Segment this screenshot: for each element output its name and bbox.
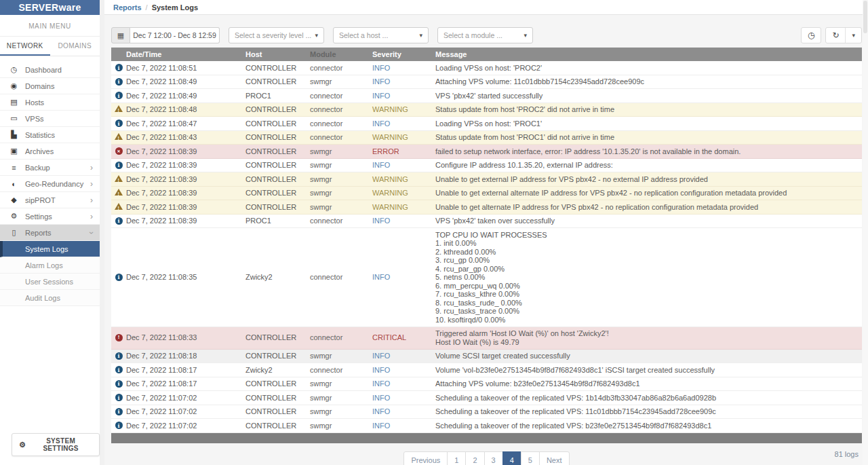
sidebar-subitem-user-sessions[interactable]: User Sessions bbox=[0, 274, 100, 290]
sidebar-subitem-audit-logs[interactable]: Audit Logs bbox=[0, 290, 100, 306]
table-row: Dec 7, 2022 11:08:39PROC1connectorINFOVP… bbox=[111, 215, 862, 229]
breadcrumb-reports-link[interactable]: Reports bbox=[113, 3, 142, 12]
log-severity: INFO bbox=[372, 366, 435, 375]
refresh-split-button[interactable]: ↻ ▾ bbox=[825, 27, 862, 43]
header-host: Host bbox=[245, 50, 310, 58]
sidebar-item-hosts[interactable]: ▤Hosts bbox=[0, 94, 100, 111]
history-button[interactable]: ◷ bbox=[801, 27, 821, 43]
caret-down-icon[interactable]: ▾ bbox=[845, 28, 861, 43]
log-message: Volume SCSI target created successfully bbox=[435, 352, 862, 360]
tab-network[interactable]: NETWORK bbox=[0, 37, 50, 56]
log-datetime: Dec 7, 2022 11:08:39 bbox=[126, 203, 245, 212]
log-module: connector bbox=[310, 273, 372, 282]
log-module: connector bbox=[310, 133, 372, 142]
log-message: Unable to get alternate IP address for V… bbox=[435, 203, 862, 212]
log-datetime: Dec 7, 2022 11:08:18 bbox=[126, 352, 245, 360]
calendar-icon[interactable]: ▦ bbox=[111, 27, 130, 43]
filter-toolbar: ▦ Dec 7 12:00 - Dec 8 12:59 Select a sev… bbox=[111, 27, 862, 43]
log-module: swmgr bbox=[310, 379, 372, 388]
sidebar-item-dashboard[interactable]: ◷Dashboard bbox=[0, 62, 100, 78]
warning-icon bbox=[115, 203, 123, 210]
critical-icon bbox=[115, 334, 123, 341]
log-severity: INFO bbox=[372, 119, 435, 128]
log-host: CONTROLLER bbox=[245, 422, 310, 430]
system-settings-button[interactable]: ⚙ SYSTEM SETTINGS bbox=[12, 433, 100, 456]
log-module: swmgr bbox=[310, 189, 372, 198]
sidebar-subitem-system-logs[interactable]: System Logs bbox=[0, 241, 100, 257]
log-severity: WARNING bbox=[372, 203, 435, 212]
log-module: swmgr bbox=[310, 161, 372, 170]
table-row: Dec 7, 2022 11:08:39CONTROLLERswmgrWARNI… bbox=[111, 172, 862, 187]
log-module: swmgr bbox=[310, 422, 372, 430]
sidebar-item-vpss[interactable]: ▭VPSs bbox=[0, 111, 100, 127]
content-area: ▦ Dec 7 12:00 - Dec 8 12:59 Select a sev… bbox=[104, 15, 868, 465]
page-button-5[interactable]: 5 bbox=[521, 451, 540, 465]
sidebar-item-reports[interactable]: ▯Reports› bbox=[0, 225, 100, 241]
sidebar-item-sipprot[interactable]: ◆sipPROT› bbox=[0, 192, 100, 208]
log-severity: INFO bbox=[372, 407, 435, 416]
globe-icon: ◐ bbox=[9, 180, 19, 188]
table-row: Dec 7, 2022 11:08:18CONTROLLERswmgrINFOV… bbox=[111, 350, 862, 364]
previous-page-button[interactable]: Previous bbox=[403, 451, 448, 465]
log-module: connector bbox=[310, 333, 372, 342]
sidebar-subitem-alarm-logs[interactable]: Alarm Logs bbox=[0, 257, 100, 274]
sidebar-item-archives[interactable]: ▣Archives bbox=[0, 143, 100, 160]
log-message: Unable to get external alternate IP addr… bbox=[435, 189, 862, 198]
sidebar-item-geo-redundancy[interactable]: ◐Geo-Redundancy› bbox=[0, 176, 100, 192]
table-row: Dec 7, 2022 11:08:17CONTROLLERswmgrINFOA… bbox=[111, 377, 862, 392]
log-datetime: Dec 7, 2022 11:07:02 bbox=[126, 407, 245, 416]
next-page-button[interactable]: Next bbox=[539, 451, 570, 465]
log-host: CONTROLLER bbox=[245, 161, 310, 170]
info-icon bbox=[115, 352, 123, 360]
chevron-right-icon: › bbox=[90, 196, 93, 204]
log-host: CONTROLLER bbox=[245, 394, 310, 403]
log-message: VPS 'pbx42' started successfully bbox=[435, 92, 862, 100]
log-host: CONTROLLER bbox=[245, 147, 310, 156]
sidebar-item-settings[interactable]: ⚙Settings› bbox=[0, 208, 100, 225]
sidebar-menu: ◷Dashboard ◉Domains ▤Hosts ▭VPSs ▙Statis… bbox=[0, 62, 100, 306]
log-datetime: Dec 7, 2022 11:07:02 bbox=[126, 422, 245, 430]
host-filter-select[interactable]: Select a host ... bbox=[333, 27, 429, 43]
log-severity: INFO bbox=[372, 64, 435, 73]
table-row: Dec 7, 2022 11:08:51CONTROLLERconnectorI… bbox=[111, 61, 862, 75]
page-button-4-active[interactable]: 4 bbox=[502, 451, 521, 465]
severity-filter-select[interactable]: Select a severity level ... bbox=[229, 27, 324, 43]
main-content: Reports / System Logs ▦ Dec 7 12:00 - De… bbox=[104, 0, 868, 465]
chevron-down-icon: › bbox=[87, 231, 96, 234]
table-row: Dec 7, 2022 11:08:43CONTROLLERconnectorW… bbox=[111, 131, 862, 145]
log-severity: INFO bbox=[372, 92, 435, 100]
log-message: VPS 'pbx42' taken over successfully bbox=[435, 217, 862, 225]
info-icon bbox=[115, 422, 123, 429]
header-severity: Severity bbox=[372, 50, 435, 58]
shield-icon: ◆ bbox=[9, 196, 19, 204]
log-host: PROC1 bbox=[245, 217, 310, 225]
log-severity: INFO bbox=[372, 422, 435, 430]
log-host: CONTROLLER bbox=[245, 333, 310, 342]
refresh-icon[interactable]: ↻ bbox=[826, 28, 845, 43]
log-host: CONTROLLER bbox=[245, 105, 310, 114]
date-range-input[interactable]: Dec 7 12:00 - Dec 8 12:59 bbox=[130, 27, 220, 43]
tab-domains[interactable]: DOMAINS bbox=[50, 37, 100, 56]
log-host: CONTROLLER bbox=[245, 64, 310, 73]
log-datetime: Dec 7, 2022 11:08:49 bbox=[126, 77, 245, 86]
chart-icon: ▙ bbox=[9, 130, 19, 139]
sidebar-item-domains[interactable]: ◉Domains bbox=[0, 78, 100, 94]
module-filter-select[interactable]: Select a module ... bbox=[437, 27, 533, 43]
info-icon bbox=[115, 162, 123, 169]
log-severity: WARNING bbox=[372, 105, 435, 114]
log-datetime: Dec 7, 2022 11:08:51 bbox=[126, 64, 245, 73]
page-button-1[interactable]: 1 bbox=[447, 451, 466, 465]
table-row: Dec 7, 2022 11:08:47CONTROLLERconnectorI… bbox=[111, 117, 862, 131]
log-datetime: Dec 7, 2022 11:08:33 bbox=[126, 333, 245, 342]
total-logs-count: 81 logs bbox=[835, 450, 859, 458]
sidebar-item-statistics[interactable]: ▙Statistics bbox=[0, 127, 100, 143]
sidebar-item-backup[interactable]: ≡Backup› bbox=[0, 160, 100, 176]
table-row: Dec 7, 2022 11:08:49CONTROLLERswmgrINFOA… bbox=[111, 75, 862, 90]
page-button-3[interactable]: 3 bbox=[484, 451, 503, 465]
table-row: Dec 7, 2022 11:08:39CONTROLLERswmgrWARNI… bbox=[111, 187, 862, 201]
page-button-2[interactable]: 2 bbox=[465, 451, 484, 465]
vertical-scrollbar[interactable] bbox=[863, 0, 868, 465]
globe-icon: ◉ bbox=[9, 81, 19, 90]
scrollbar-thumb[interactable] bbox=[863, 1, 867, 33]
log-datetime: Dec 7, 2022 11:08:17 bbox=[126, 379, 245, 388]
